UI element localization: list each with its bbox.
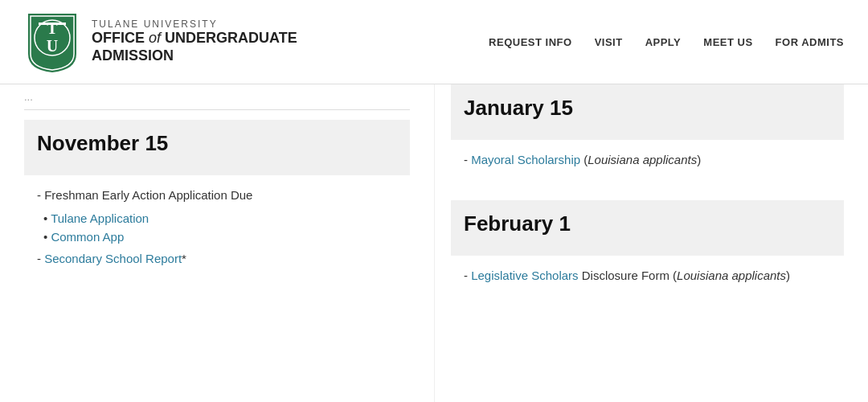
feb-item-1: - Legislative Scholars Disclosure Form (… [464,267,831,285]
february-heading: February 1 [464,211,831,236]
november-content: - Freshman Early Action Application Due … [24,175,410,285]
admission-label: ADMISSION [92,47,174,64]
link-secondary-school[interactable]: Secondary School Report [44,252,182,265]
nov-item-1: - Freshman Early Action Application Due [37,187,397,205]
nav-meet-us[interactable]: MEET US [703,36,752,48]
list-item: Common App [43,230,397,244]
logo-area: T U TULANE UNIVERSITY OFFICE of UNDERGRA… [24,10,297,74]
office-label: OFFICE of UNDERGRADUATE [92,30,297,46]
nav-for-admits[interactable]: FOR ADMITS [776,36,844,48]
jan-close: ) [697,153,701,166]
link-legislative-scholars[interactable]: Legislative Scholars [471,269,578,282]
nov-item-2: - Secondary School Report* [37,250,397,269]
nav-apply[interactable]: APPLY [645,36,682,48]
nov-item-2-suffix: * [182,252,186,265]
main-nav: REQUEST INFO VISIT APPLY MEET US FOR ADM… [489,36,844,48]
university-name: TULANE UNIVERSITY [92,18,297,30]
feb-prefix: - [464,269,471,282]
tulane-shield: T U [24,10,80,74]
february-section-header: February 1 [451,200,844,256]
university-text: TULANE UNIVERSITY OFFICE of UNDERGRADUAT… [92,18,297,64]
nov-item-2-prefix: - [37,252,44,265]
january-section-header: January 15 [451,84,844,140]
right-column: January 15 - Mayoral Scholarship (Louisi… [434,84,868,402]
jan-item-1: - Mayoral Scholarship (Louisiana applica… [464,151,831,170]
nav-request-info[interactable]: REQUEST INFO [489,36,572,48]
january-heading: January 15 [464,96,831,121]
november-heading: November 15 [37,131,397,156]
feb-middle: Disclosure Form ( [579,269,678,282]
link-tulane-app[interactable]: Tulane Application [51,211,149,225]
main-content: ... November 15 - Freshman Early Action … [0,84,868,402]
nov-item-1-text: - Freshman Early Action Application Due [37,188,252,202]
link-common-app[interactable]: Common App [51,230,124,244]
november-section-header: November 15 [24,120,410,175]
office-name: OFFICE of UNDERGRADUATE ADMISSION [92,30,297,64]
feb-italic: Louisiana applicants [677,269,786,282]
feb-close: ) [786,269,790,282]
faded-content: ... [24,84,410,110]
site-header: T U TULANE UNIVERSITY OFFICE of UNDERGRA… [0,0,868,84]
nav-visit[interactable]: VISIT [595,36,623,48]
jan-italic: Louisiana applicants [588,153,697,166]
list-item: Tulane Application [43,211,397,225]
nov-bullet-list: Tulane Application Common App [43,211,397,244]
left-column: ... November 15 - Freshman Early Action … [0,84,434,402]
svg-text:U: U [47,37,58,55]
january-content: - Mayoral Scholarship (Louisiana applica… [451,140,844,187]
link-mayoral-scholarship[interactable]: Mayoral Scholarship [471,153,580,166]
svg-text:T: T [47,19,58,37]
jan-prefix: - [464,153,471,166]
jan-suffix: ( [580,153,588,166]
february-content: - Legislative Scholars Disclosure Form (… [451,256,844,303]
